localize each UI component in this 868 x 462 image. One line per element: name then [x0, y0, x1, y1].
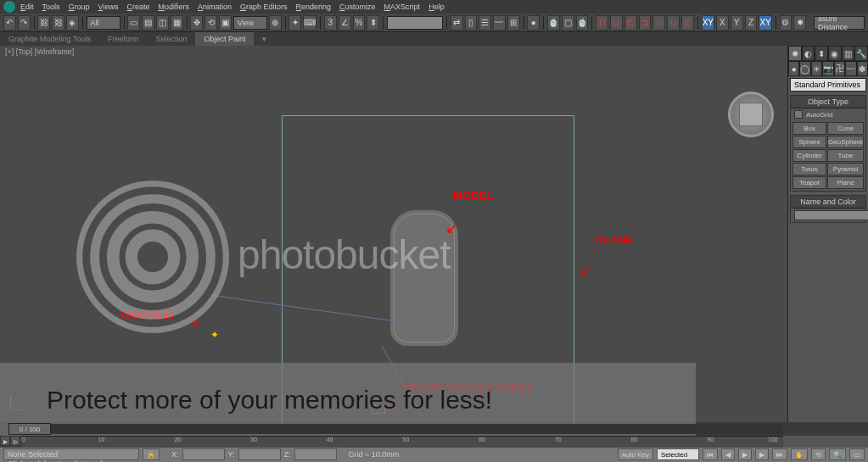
z-coord-input[interactable] [294, 448, 337, 460]
x-coord-input[interactable] [182, 448, 225, 460]
link-button[interactable]: ⛓ [37, 15, 50, 31]
category-dropdown[interactable]: Standard Primitives [790, 78, 866, 92]
create-tab[interactable]: ✹ [788, 46, 802, 61]
layers-button[interactable]: ☰ [479, 15, 491, 31]
percent-snap-button[interactable]: % [353, 15, 366, 31]
y-coord-input[interactable] [238, 448, 281, 460]
geometry-subtab[interactable]: ● [788, 61, 799, 76]
ribbon-tab-freeform[interactable]: Freeform [99, 32, 148, 46]
cone-button[interactable]: Cone [827, 122, 864, 135]
app-logo[interactable] [3, 1, 15, 13]
manipulate-button[interactable]: ✦ [288, 15, 301, 31]
ribbon-expand-button[interactable]: ▾ [254, 32, 275, 46]
axis-xy2-button[interactable]: XY [759, 15, 771, 31]
reactor2-button[interactable]: ✸ [793, 15, 806, 31]
mirror-button[interactable]: ⇄ [451, 15, 463, 31]
undo-button[interactable]: ↶ [3, 15, 16, 31]
constraint7-button[interactable]: ⊏ [681, 15, 694, 31]
menu-maxscript[interactable]: MAXScript [381, 3, 424, 11]
constraint6-button[interactable]: ⊔ [667, 15, 680, 31]
utilities-tab[interactable]: 🔧 [854, 46, 868, 61]
menu-graph-editors[interactable]: Graph Editors [237, 3, 291, 11]
time-slider[interactable]: 0 / 100 [8, 424, 783, 434]
time-ruler[interactable]: ▸ ▹ 0 10 20 30 40 50 60 70 80 90 100 [0, 436, 868, 448]
constraint2-button[interactable]: ⊔ [610, 15, 623, 31]
nav-pan-button[interactable]: ✋ [791, 448, 808, 460]
name-color-header[interactable]: Name and Color [791, 196, 865, 209]
render-setup-button[interactable]: 🍵 [547, 15, 560, 31]
play-prev-button[interactable]: ◀ [721, 448, 735, 460]
select-name-button[interactable]: ▤ [142, 15, 154, 31]
select-region-button[interactable]: ◫ [156, 15, 169, 31]
viewport-area[interactable]: [+] [Top] [Wireframe] ✦ MODEL ↙ PLANE ↙ … [0, 46, 787, 422]
menu-animation[interactable]: Animation [194, 3, 235, 11]
object-name-input[interactable] [794, 210, 868, 220]
menu-modifiers[interactable]: Modifiers [154, 3, 193, 11]
keyboard-button[interactable]: ⌨ [303, 15, 316, 31]
tube-button[interactable]: Tube [827, 149, 864, 162]
menu-tools[interactable]: Tools [39, 3, 64, 11]
box-button[interactable]: Box [792, 122, 826, 135]
display-tab[interactable]: ▥ [842, 46, 855, 61]
nav-fov-button[interactable]: ▭ [849, 448, 865, 460]
move-button[interactable]: ✥ [190, 15, 203, 31]
hierarchy-tab[interactable]: ⬍ [815, 46, 828, 61]
autogrid-checkbox[interactable] [794, 110, 803, 119]
material-button[interactable]: ● [527, 15, 540, 31]
menu-customize[interactable]: Customize [336, 3, 379, 11]
rotate-button[interactable]: ⟲ [204, 15, 217, 31]
lights-subtab[interactable]: ☀ [811, 61, 822, 76]
time-config2-button[interactable]: ▹ [10, 436, 20, 446]
nav-zoom-button[interactable]: 🔍 [829, 448, 846, 460]
bind-button[interactable]: ◈ [66, 15, 79, 31]
viewport-label[interactable]: [+] [Top] [Wireframe] [5, 47, 74, 56]
play-end-button[interactable]: ⏭ [772, 448, 787, 460]
menu-edit[interactable]: Edit [17, 3, 37, 11]
ribbon-tab-object-paint[interactable]: Object Paint [195, 32, 254, 46]
unlink-button[interactable]: ⛓ [52, 15, 64, 31]
menu-create[interactable]: Create [123, 3, 153, 11]
ribbon-tab-graphite[interactable]: Graphite Modeling Tools [0, 32, 99, 46]
axis-xy1-button[interactable]: XY [702, 15, 714, 31]
menu-views[interactable]: Views [95, 3, 122, 11]
menu-rendering[interactable]: Rendering [293, 3, 335, 11]
window-crossing-button[interactable]: ▦ [171, 15, 183, 31]
ribbon-tab-selection[interactable]: Selection [147, 32, 195, 46]
selection-lock-button[interactable]: 🔒 [143, 448, 160, 460]
select-button[interactable]: ▭ [127, 15, 140, 31]
geosphere-button[interactable]: GeoSphere [827, 136, 864, 148]
autokey-button[interactable]: Auto Key [618, 448, 653, 460]
cameras-subtab[interactable]: 📷 [822, 61, 834, 76]
pivot-button[interactable]: ⊕ [269, 15, 282, 31]
sphere-button[interactable]: Sphere [792, 136, 826, 148]
constraint1-button[interactable]: ⊓ [596, 15, 608, 31]
constraint3-button[interactable]: ⊏ [624, 15, 637, 31]
modify-tab[interactable]: ◐ [802, 46, 815, 61]
named-selection-input[interactable] [387, 16, 443, 30]
keymode-dropdown[interactable]: Selected [657, 448, 699, 460]
menu-help[interactable]: Help [425, 3, 448, 11]
play-button[interactable]: ▶ [738, 448, 752, 460]
constraint4-button[interactable]: ⊐ [639, 15, 652, 31]
nav-orbit-button[interactable]: ⟲ [811, 448, 826, 460]
torus-button[interactable]: Torus [792, 163, 826, 175]
redo-button[interactable]: ↷ [18, 15, 31, 31]
time-slider-handle[interactable]: 0 / 100 [8, 423, 51, 435]
snap-button[interactable]: 3 [324, 15, 337, 31]
object-type-header[interactable]: Object Type [791, 96, 865, 109]
motion-tab[interactable]: ◉ [828, 46, 842, 61]
pyramid-button[interactable]: Pyramid [827, 163, 864, 175]
axis-z-button[interactable]: Z [745, 15, 758, 31]
cylinder-button[interactable]: Cylinder [792, 149, 826, 162]
play-next-button[interactable]: ▶ [755, 448, 769, 460]
axis-y-button[interactable]: Y [731, 15, 743, 31]
systems-subtab[interactable]: ✽ [857, 61, 868, 76]
viewcube[interactable] [728, 92, 774, 137]
align-button[interactable]: ▯ [465, 15, 478, 31]
teapot-button[interactable]: Teapot [792, 176, 826, 189]
spacewarps-subtab[interactable]: 〰 [845, 61, 856, 76]
render-button[interactable]: 🍵 [576, 15, 589, 31]
scale-button[interactable]: ▣ [219, 15, 232, 31]
time-config1-button[interactable]: ▸ [0, 436, 10, 446]
plane-button[interactable]: Plane [827, 176, 864, 189]
